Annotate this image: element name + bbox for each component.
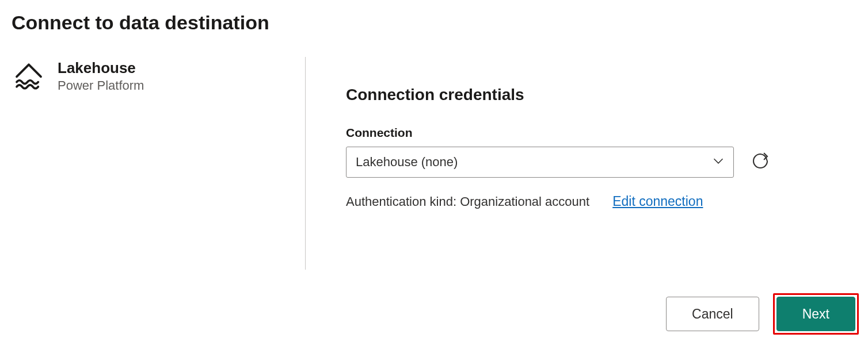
lakehouse-icon: [13, 59, 45, 94]
data-source-title: Lakehouse: [58, 59, 144, 77]
data-source-panel: Lakehouse Power Platform: [12, 57, 305, 270]
edit-connection-link[interactable]: Edit connection: [612, 194, 703, 209]
chevron-down-icon: [713, 155, 724, 169]
data-source-subtitle: Power Platform: [58, 78, 144, 93]
connection-selected-value: Lakehouse (none): [356, 155, 458, 170]
connection-field-label: Connection: [346, 126, 856, 140]
auth-kind-text: Authentication kind: Organizational acco…: [346, 194, 589, 209]
credentials-section-title: Connection credentials: [346, 86, 856, 104]
page-title: Connect to data destination: [12, 11, 856, 34]
cancel-button[interactable]: Cancel: [666, 297, 759, 331]
next-button[interactable]: Next: [776, 297, 855, 331]
connection-select[interactable]: Lakehouse (none): [346, 147, 734, 178]
vertical-divider: [305, 57, 306, 270]
refresh-icon[interactable]: [751, 152, 770, 172]
credentials-panel: Connection credentials Connection Lakeho…: [346, 57, 856, 270]
footer-button-row: Cancel Next: [666, 293, 859, 335]
next-button-highlight: Next: [773, 293, 859, 335]
